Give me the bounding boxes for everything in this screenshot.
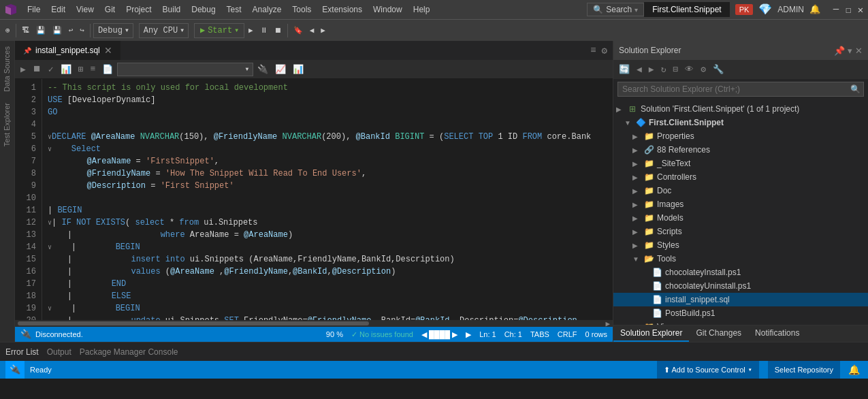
close-tab-button[interactable]: ✕ [104, 45, 112, 56]
minimize-button[interactable]: ─ [831, 5, 841, 14]
tab-settings-icon[interactable]: ⚙ [600, 44, 609, 58]
include-actual-plan[interactable]: 📈 [272, 63, 289, 76]
menu-project[interactable]: Project [120, 2, 157, 17]
menu-debug[interactable]: Debug [186, 2, 221, 17]
properties-arrow: ▶ [632, 133, 641, 140]
h-scrollbar-thumb[interactable] [18, 321, 369, 325]
cancel-execute-button[interactable]: ⏹ [30, 63, 44, 76]
tree-images[interactable]: ▶ 📁 Images [613, 197, 868, 211]
tree-properties[interactable]: ▶ 📁 Properties [613, 129, 868, 143]
menu-file[interactable]: File [22, 2, 46, 17]
horizontal-scrollbar-area: ▶ [15, 320, 613, 327]
tree-install-sql[interactable]: 📄 install_snippet.sql [613, 293, 868, 306]
menu-extensions[interactable]: Extensions [317, 2, 368, 17]
change-connection[interactable]: 🔌 [255, 63, 271, 76]
menu-window[interactable]: Window [368, 2, 408, 17]
se-chevron-button[interactable]: ▾ [848, 46, 852, 56]
display-results-button[interactable]: 📊 [58, 63, 74, 76]
gem-icon[interactable]: 💎 [758, 3, 772, 16]
tree-views[interactable]: ▶ 📁 Views [613, 320, 868, 325]
h-scrollbar-track[interactable] [18, 321, 602, 325]
add-source-control-button[interactable]: ⬆ Add to Source Control ▾ [657, 361, 759, 379]
tree-models[interactable]: ▶ 📁 Models [613, 211, 868, 225]
models-icon: 📁 [643, 212, 654, 223]
parse-button[interactable]: ✓ [46, 63, 57, 76]
code-content[interactable]: -- This script is only used for local de… [42, 79, 606, 320]
maximize-button[interactable]: ☐ [843, 5, 853, 14]
se-collapse-button[interactable]: ⊟ [670, 63, 681, 76]
stop-button[interactable]: ⏹ [272, 25, 285, 36]
tree-scripts[interactable]: ▶ 📁 Scripts [613, 225, 868, 238]
menu-help[interactable]: Help [408, 2, 436, 17]
tree-references[interactable]: ▶ 🔗 88 References [613, 143, 868, 157]
save-all-button[interactable]: 💾 [50, 25, 65, 36]
file-tab[interactable]: 📌 install_snippet.sql ✕ [15, 41, 121, 60]
bp-tab-output[interactable]: Output [47, 347, 71, 357]
alert-icon[interactable]: 🔔 [848, 364, 860, 376]
bookmark-button[interactable]: 🔖 [291, 25, 306, 36]
search-box[interactable]: 🔍 Search ▾ [587, 3, 644, 16]
tree-postbuild[interactable]: 📄 PostBuild.ps1 [613, 306, 868, 320]
cpu-dropdown[interactable]: Any CPU ▼ [139, 23, 189, 38]
tree-solution[interactable]: ▶ ⊞ Solution 'First.Client.Snippet' (1 o… [613, 102, 868, 116]
menu-git[interactable]: Git [99, 2, 120, 17]
menu-tools[interactable]: Tools [287, 2, 317, 17]
se-properties-button[interactable]: 🔧 [710, 63, 726, 76]
menu-analyze[interactable]: Analyze [247, 2, 287, 17]
bell-icon[interactable]: 🔔 [809, 4, 820, 15]
new-file-button[interactable]: ⊕ [3, 25, 13, 36]
results-to-text[interactable]: ≡ [87, 63, 98, 76]
save-button[interactable]: 💾 [33, 25, 48, 36]
run-button[interactable]: ▶ [246, 25, 256, 36]
include-client-stats[interactable]: 📊 [290, 63, 306, 76]
se-refresh-button[interactable]: ↻ [658, 63, 669, 76]
se-tab-solution-explorer[interactable]: Solution Explorer [613, 325, 689, 342]
database-dropdown[interactable]: ▼ [117, 63, 253, 76]
pin-icon[interactable]: 📌 [23, 47, 31, 54]
menu-build[interactable]: Build [157, 2, 187, 17]
bp-tab-package-manager[interactable]: Package Manager Console [80, 347, 178, 357]
se-tab-notifications[interactable]: Notifications [748, 325, 806, 342]
pause-button[interactable]: ⏸ [257, 25, 270, 36]
se-pin-button[interactable]: 📌 [834, 46, 845, 56]
vertical-scrollbar[interactable] [606, 79, 613, 320]
bookmark-next[interactable]: ▶ [318, 25, 328, 36]
tree-controllers[interactable]: ▶ 📁 Controllers [613, 170, 868, 184]
se-search-input[interactable] [618, 82, 848, 96]
tab-overflow-icon[interactable]: ≡ [589, 44, 597, 57]
bp-tab-error-list[interactable]: Error List [5, 347, 39, 357]
se-show-all-button[interactable]: 👁 [682, 63, 696, 76]
execute-button[interactable]: ▶ [18, 63, 29, 76]
results-to-file[interactable]: 📄 [99, 63, 116, 76]
se-filter-button[interactable]: ⚙ [698, 63, 709, 76]
bookmark-prev[interactable]: ◀ [307, 25, 317, 36]
config-dropdown[interactable]: Debug ▼ [93, 23, 133, 38]
project-icon: 🔷 [635, 117, 646, 128]
sidebar-tab-datasources[interactable]: Data Sources [0, 41, 14, 97]
menu-test[interactable]: Test [221, 2, 247, 17]
close-button[interactable]: ✕ [856, 5, 865, 14]
se-search-box[interactable]: 🔍 [617, 82, 864, 97]
se-tab-git-changes[interactable]: Git Changes [689, 325, 748, 342]
tree-choco-uninstall[interactable]: 📄 chocolateyUninstall.ps1 [613, 279, 868, 293]
undo-button[interactable]: ↩ [66, 25, 76, 36]
build-button[interactable]: 🏗 [19, 25, 32, 36]
tree-sitetext[interactable]: ▶ 📁 _SiteText [613, 157, 868, 170]
tree-choco-install[interactable]: 📄 chocolateyInstall.ps1 [613, 266, 868, 279]
menu-edit[interactable]: Edit [46, 2, 71, 17]
se-sync-button[interactable]: 🔄 [616, 63, 632, 76]
sidebar-tab-testexplorer[interactable]: Test Explorer [0, 97, 14, 152]
tree-styles[interactable]: ▶ 📁 Styles [613, 238, 868, 252]
select-repository-button[interactable]: Select Repository [767, 361, 840, 379]
menu-view[interactable]: View [71, 2, 99, 17]
tree-doc[interactable]: ▶ 📁 Doc [613, 184, 868, 197]
se-forward-button[interactable]: ▶ [646, 63, 657, 76]
config-label: Debug [98, 26, 123, 35]
tree-tools[interactable]: ▼ 📂 Tools [613, 252, 868, 266]
se-close-button[interactable]: ✕ [855, 46, 863, 56]
start-button[interactable]: ▶ Start ▼ [194, 23, 244, 38]
se-back-button[interactable]: ◀ [634, 63, 645, 76]
tree-project[interactable]: ▼ 🔷 First.Client.Snippet [613, 116, 868, 129]
redo-button[interactable]: ↪ [77, 25, 87, 36]
results-to-grid[interactable]: ⊞ [76, 63, 86, 76]
